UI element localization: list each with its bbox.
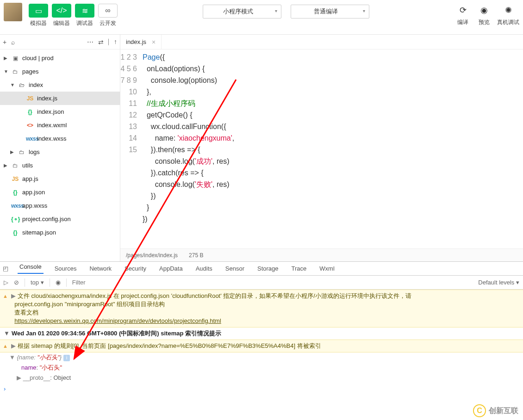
compile-dropdown[interactable]: 普通编译 — [291, 5, 369, 19]
sitemap-heading: ▼Wed Jan 01 2020 09:34:56 GMT+0800 (中国标准… — [0, 327, 523, 340]
eye-icon: ◉ — [476, 4, 492, 17]
cloud-dev-button[interactable]: ∞ 云开发 — [98, 3, 118, 27]
tab-network[interactable]: Network — [87, 265, 113, 272]
collapse-icon[interactable]: ⇄ — [98, 38, 104, 46]
code-editor: index.js × 1 2 3 4 5 6 7 8 9 10 11 12 13… — [120, 35, 523, 261]
phone-icon: ▭ — [29, 4, 48, 18]
js-file-icon: JS — [26, 95, 34, 102]
tab-sensor[interactable]: Sensor — [224, 265, 246, 272]
file-path: /pages/index/index.js — [126, 252, 178, 259]
levels-dropdown[interactable]: Default levels ▾ — [478, 279, 519, 286]
close-tab-icon[interactable]: × — [152, 38, 156, 46]
refresh-icon: ⟳ — [455, 4, 471, 17]
play-icon[interactable]: ▷ — [4, 279, 8, 286]
json-file-icon: {} — [11, 229, 19, 236]
console-object-proto[interactable]: ▶ __proto__: Object — [0, 373, 523, 383]
search-icon[interactable]: ⌕ — [11, 38, 15, 46]
tree-index-js[interactable]: JSindex.js — [0, 92, 120, 105]
tab-console[interactable]: Console — [18, 263, 44, 274]
inspect-icon[interactable]: ◰ — [3, 265, 8, 272]
folder-open-icon: 🗁 — [18, 82, 26, 88]
top-toolbar: ▭ 模拟器 </> 编辑器 ≋ 调试器 ∞ 云开发 小程序模式 普通编译 ⟳ 编… — [0, 0, 523, 35]
wxss-file-icon: wxss — [26, 136, 34, 142]
filter-input[interactable] — [72, 279, 473, 286]
console-output[interactable]: ▶文件 cloud/xiaochengxuma/index.js 在 proje… — [0, 290, 523, 420]
json-file-icon: {} — [26, 109, 34, 115]
folder-icon: 🗀 — [11, 162, 19, 169]
info-icon[interactable]: i — [63, 355, 70, 361]
tree-logs-folder[interactable]: ▶🗀logs — [0, 145, 120, 159]
js-file-icon: JS — [11, 176, 19, 182]
tree-index-json[interactable]: {}index.json — [0, 105, 120, 118]
cloud-folder-icon: ▣ — [11, 55, 19, 62]
tree-index-wxml[interactable]: <>index.wxml — [0, 118, 120, 132]
new-file-icon[interactable]: + — [3, 38, 6, 46]
compile-button[interactable]: ⟳ 编译 — [455, 3, 471, 26]
tab-audits[interactable]: Audits — [194, 265, 214, 272]
remote-debug-button[interactable]: ✺ 真机调试 — [497, 3, 519, 26]
explorer-toolbar: + ⌕ ⋯ ⇄ ⎸↑ — [0, 35, 120, 49]
code-icon: </> — [52, 4, 71, 18]
file-explorer: + ⌕ ⋯ ⇄ ⎸↑ ▶▣cloud | prod ▼🗀pages ▼🗁inde… — [0, 35, 120, 261]
doc-link[interactable]: https://developers.weixin.qq.com/minipro… — [14, 317, 221, 324]
tree-pages-folder[interactable]: ▼🗀pages — [0, 65, 120, 78]
more-icon[interactable]: ⋯ — [87, 38, 93, 46]
tree-utils-folder[interactable]: ▶🗀utils — [0, 159, 120, 172]
wxss-file-icon: wxss — [11, 203, 19, 209]
debug-icon: ≋ — [75, 4, 94, 18]
tree-app-wxss[interactable]: wxssapp.wxss — [0, 199, 120, 212]
console-toolbar: ▷ ⊘ top ▾ ◉ Default levels ▾ — [0, 276, 523, 290]
live-expr-icon[interactable]: ◉ — [56, 279, 61, 286]
folder-icon: 🗀 — [18, 149, 26, 155]
console-warning: ▶文件 cloud/xiaochengxuma/index.js 在 proje… — [0, 290, 523, 327]
preview-button[interactable]: ◉ 预览 — [476, 3, 492, 26]
clear-icon[interactable]: ⊘ — [14, 279, 19, 286]
cloud-icon: ∞ — [98, 4, 118, 18]
editor-tab-index-js[interactable]: index.js × — [120, 35, 162, 49]
editor-button[interactable]: </> 编辑器 — [52, 3, 71, 27]
tree-sitemap[interactable]: {}sitemap.json — [0, 226, 120, 239]
file-size: 275 B — [189, 252, 203, 259]
watermark-logo-icon: C — [473, 404, 486, 417]
simulator-button[interactable]: ▭ 模拟器 — [29, 3, 48, 27]
folder-icon: 🗀 — [11, 68, 19, 75]
tab-storage[interactable]: Storage — [255, 265, 280, 272]
tab-trace[interactable]: Trace — [290, 265, 309, 272]
debugger-button[interactable]: ≋ 调试器 — [75, 3, 94, 27]
watermark: C 创新互联 — [473, 404, 518, 417]
tab-label: index.js — [126, 38, 146, 45]
tree-cloud-folder[interactable]: ▶▣cloud | prod — [0, 51, 120, 65]
json-file-icon: {} — [11, 189, 19, 196]
mode-dropdown[interactable]: 小程序模式 — [203, 5, 281, 19]
tab-sources[interactable]: Sources — [53, 265, 79, 272]
tree-index-wxss[interactable]: wxssindex.wxss — [0, 132, 120, 145]
tree-index-folder[interactable]: ▼🗁index — [0, 78, 120, 92]
project-avatar[interactable] — [4, 3, 22, 21]
devtools-panel: ◰ Console Sources Network Security AppDa… — [0, 261, 523, 420]
tree-app-js[interactable]: JSapp.js — [0, 172, 120, 185]
scope-dropdown[interactable]: top ▾ — [31, 279, 44, 286]
tab-appdata[interactable]: AppData — [157, 265, 185, 272]
wxml-file-icon: <> — [26, 122, 34, 129]
console-object-summary[interactable]: ▼ {name: "小石头"}i — [0, 352, 523, 363]
tab-wxml[interactable]: Wxml — [318, 265, 336, 272]
console-prompt[interactable]: › — [0, 383, 523, 395]
code-area[interactable]: 1 2 3 4 5 6 7 8 9 10 11 12 13 14 15 Page… — [120, 49, 523, 248]
console-object-prop: name: "小石头" — [0, 363, 523, 373]
console-warning-sitemap: ▶根据 sitemap 的规则[0], 当前页面 [pages/index/in… — [0, 340, 523, 352]
tree-project-config[interactable]: {⚬}project.config.json — [0, 212, 120, 226]
tree-app-json[interactable]: {}app.json — [0, 185, 120, 199]
devtools-tabs: ◰ Console Sources Network Security AppDa… — [0, 262, 523, 276]
config-file-icon: {⚬} — [11, 216, 19, 222]
editor-statusbar: /pages/index/index.js 275 B — [120, 248, 523, 261]
settings-icon[interactable]: ⎸↑ — [108, 38, 117, 46]
bug-icon: ✺ — [500, 4, 517, 17]
tab-security[interactable]: Security — [123, 265, 148, 272]
